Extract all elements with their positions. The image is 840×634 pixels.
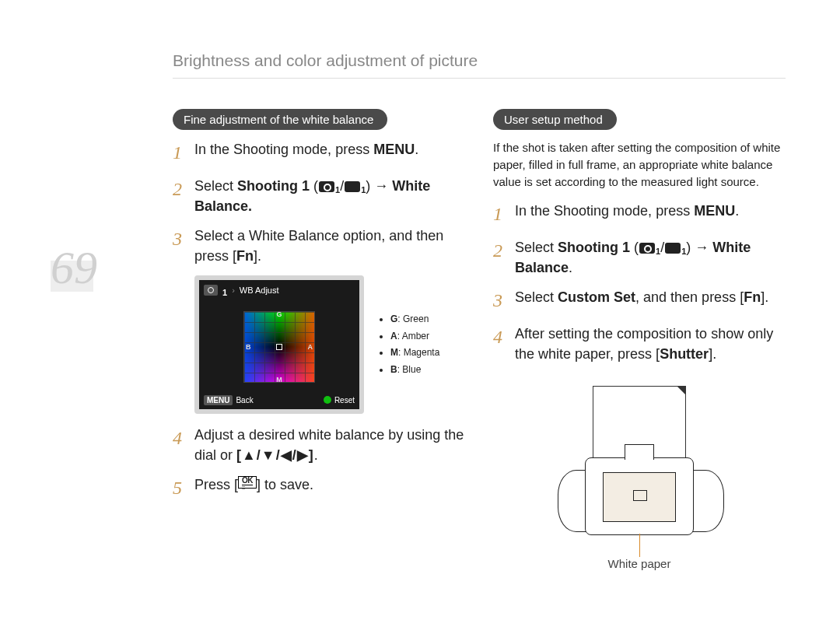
legend-val: : Magenta: [398, 347, 439, 358]
left-step-2: 2 Select Shooting 1 (1/1) → White Balanc…: [173, 176, 465, 216]
step-number: 4: [493, 324, 515, 351]
wb-title: WB Adjust: [240, 285, 279, 295]
text: .: [735, 203, 739, 219]
text: In the Shooting mode, press: [194, 142, 373, 157]
wb-footer: MENUBack Reset: [202, 394, 356, 406]
step-number: 1: [173, 139, 194, 166]
right-step-4: 4 After setting the composition to show …: [493, 324, 786, 364]
camera-icon-sub: 1: [656, 247, 660, 256]
camera-icon: [204, 285, 218, 296]
step-body: After setting the composition to show on…: [515, 324, 786, 364]
text: to save.: [261, 477, 313, 492]
legend-val: : Blue: [397, 364, 422, 375]
menu-badge: MENU: [204, 395, 233, 405]
text: After setting the composition to show on…: [515, 326, 773, 362]
page-number: 69: [51, 241, 97, 295]
arrow-keys: [▲/▼/◀/▶]: [236, 447, 314, 463]
wb-back: MENUBack: [204, 396, 254, 405]
right-step-1: 1 In the Shooting mode, press MENU.: [493, 201, 786, 228]
bold-text: Fn: [236, 248, 254, 264]
video-icon-sub: 1: [681, 247, 686, 256]
right-column: User setup method If the shot is taken a…: [493, 109, 786, 570]
wb-legend-item: B: Blue: [390, 362, 439, 379]
step-body: Adjust a desired white balance by using …: [194, 425, 465, 465]
text: (: [310, 178, 318, 194]
video-icon: [345, 181, 360, 192]
step-number: 4: [173, 425, 194, 452]
bold-text: Custom Set: [558, 289, 635, 305]
left-step-4: 4 Adjust a desired white balance by usin…: [173, 425, 465, 465]
video-icon: [665, 243, 681, 254]
bold-text: Shooting 1: [558, 240, 630, 255]
bold-text: MENU: [373, 142, 415, 157]
camera-icon: [639, 243, 655, 254]
left-step-5: 5 Press [OK≡] to save.: [173, 475, 465, 502]
step-number: 1: [493, 201, 515, 228]
chevron-right-icon: ›: [232, 285, 235, 295]
reset-dot-icon: [324, 396, 331, 404]
left-steps: 1 In the Shooting mode, press MENU. 2 Se…: [173, 139, 465, 266]
camera-white-paper-illustration: [550, 386, 729, 549]
left-steps-cont: 4 Adjust a desired white balance by usin…: [173, 425, 465, 502]
left-step-3: 3 Select a White Balance option, and the…: [173, 226, 465, 266]
legend-key: G: [390, 313, 397, 324]
wb-axis-b: B: [246, 343, 251, 351]
right-steps: 1 In the Shooting mode, press MENU. 2 Se…: [493, 201, 786, 364]
right-step-3: 3 Select Custom Set, and then press [Fn]…: [493, 287, 786, 314]
left-step-1: 1 In the Shooting mode, press MENU.: [173, 139, 465, 166]
text: .: [569, 260, 572, 275]
text: , and then press: [635, 289, 740, 305]
wb-axis-a: A: [308, 343, 313, 351]
wb-cursor: [276, 344, 282, 350]
text: .: [257, 248, 261, 264]
text: Select: [515, 240, 558, 255]
bold-text: MENU: [694, 203, 735, 219]
bold-text: Shutter: [660, 346, 709, 362]
camera-icon: [319, 181, 334, 192]
legend-val: : Amber: [397, 331, 429, 342]
step-body: Select a White Balance option, and then …: [194, 226, 465, 266]
step-number: 2: [493, 237, 515, 264]
step-body: Select Custom Set, and then press [Fn].: [515, 287, 786, 307]
page-header: Brightness and color adjustment of pictu…: [173, 51, 478, 70]
text: .: [314, 447, 318, 463]
bold-text: Fn: [744, 289, 761, 305]
step-number: 3: [173, 226, 194, 253]
wb-legend-item: M: Magenta: [390, 345, 439, 362]
ok-top: OK: [242, 476, 253, 485]
text: Select: [194, 178, 237, 194]
right-step-2: 2 Select Shooting 1 (1/1) → White Balanc…: [493, 237, 786, 278]
step-body: In the Shooting mode, press MENU.: [194, 139, 465, 159]
text: .: [765, 289, 768, 305]
step-body: Select Shooting 1 (1/1) → White Balance.: [194, 176, 465, 216]
text: (: [630, 240, 639, 255]
video-icon-sub: 1: [361, 185, 366, 194]
ok-bot: ≡: [242, 485, 253, 492]
text: Press: [194, 477, 234, 492]
ok-key-icon: OK≡: [238, 476, 257, 489]
wb-axis-m: M: [276, 376, 282, 384]
camera-body-shape: [585, 457, 694, 535]
camera-screen-target: [633, 490, 647, 501]
wb-axis-g: G: [276, 310, 282, 318]
legend-val: : Green: [397, 313, 429, 324]
step-body: Press [OK≡] to save.: [194, 475, 465, 495]
wb-adjust-screen: 1 › WB Adjust G A M B MEN: [194, 275, 364, 414]
section-pill-left: Fine adjustment of the white balance: [173, 109, 387, 130]
right-intro: If the shot is taken after setting the c…: [493, 139, 786, 190]
step-number: 2: [173, 176, 194, 203]
callout-line: [639, 534, 640, 557]
wb-color-grid: G A M B: [243, 311, 315, 383]
illustration-caption: White paper: [608, 557, 671, 570]
text: Adjust a desired white balance by using …: [194, 427, 464, 463]
legend-key: B: [390, 364, 397, 375]
header-rule: [173, 78, 786, 79]
text: .: [712, 346, 716, 362]
wb-reset-label: Reset: [334, 396, 355, 405]
text: .: [415, 142, 418, 157]
text: ) →: [366, 178, 392, 194]
camera-screen-shape: [603, 472, 676, 522]
wb-back-label: Back: [236, 396, 253, 405]
text: In the Shooting mode, press: [515, 203, 694, 219]
content-columns: Fine adjustment of the white balance 1 I…: [173, 109, 786, 570]
